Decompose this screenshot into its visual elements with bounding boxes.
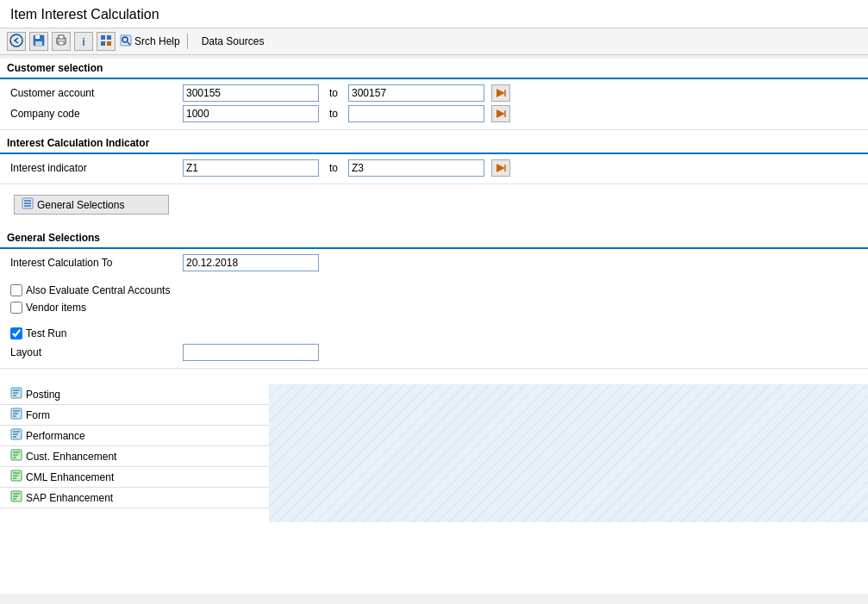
toolbar: i Srch Help Data Sources [0, 28, 868, 55]
left-nav-panel: Posting Form Performance C [0, 384, 269, 522]
company-code-label: Company code [10, 108, 183, 120]
general-selections-collapse-area: General Selections [0, 184, 868, 225]
svg-rect-3 [35, 41, 42, 46]
interest-calc-to-row: Interest Calculation To [10, 252, 858, 273]
customizing-icon [99, 34, 113, 49]
cml-enhancement-icon [10, 470, 22, 484]
range-icon-1 [495, 87, 507, 99]
performance-icon [10, 428, 22, 443]
company-code-to[interactable] [348, 105, 484, 122]
nav-cml-enhancement-label: CML Enhancement [26, 471, 114, 483]
info-button[interactable]: i [74, 32, 93, 51]
toolbar-divider [187, 34, 188, 49]
company-code-row: Company code to [10, 103, 858, 124]
svg-rect-5 [59, 35, 64, 39]
nav-performance[interactable]: Performance [0, 426, 269, 446]
layout-row: Layout [10, 342, 858, 363]
svg-rect-6 [59, 41, 64, 45]
customer-account-row: Customer account to [10, 83, 858, 103]
test-run-checkbox[interactable] [10, 327, 22, 339]
vendor-items-checkbox[interactable] [10, 302, 22, 314]
nav-posting-label: Posting [26, 389, 60, 401]
also-evaluate-central-label: Also Evaluate Central Accounts [26, 284, 170, 296]
bottom-section: Posting Form Performance C [0, 384, 868, 522]
customizing-button[interactable] [97, 32, 116, 51]
to-label-3: to [329, 162, 338, 174]
customer-account-to[interactable] [348, 84, 484, 102]
back-icon [9, 34, 23, 49]
layout-input[interactable] [183, 344, 319, 361]
save-icon [32, 34, 46, 49]
also-evaluate-central-checkbox[interactable] [10, 284, 22, 296]
also-evaluate-central-row: Also Evaluate Central Accounts [10, 282, 858, 299]
customer-account-from[interactable] [183, 84, 319, 102]
nav-posting[interactable]: Posting [0, 384, 269, 405]
back-button[interactable] [7, 32, 26, 51]
title-bar: Item Interest Calculation [0, 0, 868, 28]
range-icon-3 [495, 162, 507, 174]
svg-rect-2 [35, 35, 40, 39]
vendor-items-label: Vendor items [26, 302, 86, 314]
svg-rect-7 [101, 35, 105, 40]
svg-rect-8 [107, 35, 111, 40]
srch-help-label: Srch Help [134, 35, 180, 47]
to-label-1: to [329, 87, 338, 99]
customer-selection-body: Customer account to Company code to [0, 79, 868, 130]
general-selections-btn-label: General Selections [37, 199, 124, 211]
range-icon-2 [495, 108, 507, 120]
info-icon: i [82, 35, 85, 48]
svg-rect-9 [101, 41, 105, 46]
company-code-range-btn[interactable] [491, 105, 510, 122]
nav-form[interactable]: Form [0, 405, 269, 426]
interest-calc-header: Interest Calculation Indicator [0, 134, 868, 154]
right-hatched-panel [269, 384, 868, 522]
customer-account-range-btn[interactable] [491, 84, 510, 102]
interest-indicator-to[interactable] [348, 159, 484, 177]
nav-cml-enhancement[interactable]: CML Enhancement [0, 467, 269, 488]
nav-performance-label: Performance [26, 430, 85, 442]
general-selections-body: Interest Calculation To Also Evaluate Ce… [0, 249, 868, 369]
interest-indicator-row: Interest indicator to [10, 158, 858, 178]
layout-label: Layout [10, 346, 183, 358]
svg-point-0 [10, 34, 22, 47]
test-run-label: Test Run [26, 327, 66, 339]
nav-cust-enhancement[interactable]: Cust. Enhancement [0, 446, 269, 467]
main-content: Customer selection Customer account to C… [0, 59, 868, 594]
form-icon [10, 408, 22, 422]
sap-enhancement-icon [10, 490, 22, 505]
interest-indicator-from[interactable] [183, 159, 319, 177]
general-selections-header: General Selections [0, 228, 868, 249]
svg-marker-16 [496, 109, 505, 118]
posting-icon [10, 387, 22, 402]
nav-cust-enhancement-label: Cust. Enhancement [26, 451, 116, 463]
customer-selection-header: Customer selection [0, 59, 868, 79]
to-label-2: to [329, 108, 338, 120]
nav-sap-enhancement[interactable]: SAP Enhancement [0, 488, 269, 508]
collapse-icon [22, 197, 34, 212]
svg-marker-14 [496, 89, 505, 97]
nav-sap-enhancement-label: SAP Enhancement [26, 492, 113, 504]
interest-indicator-range-btn[interactable] [491, 159, 510, 177]
general-selections-toggle-btn[interactable]: General Selections [14, 195, 169, 215]
interest-calc-to-input[interactable] [183, 254, 319, 271]
vendor-items-row: Vendor items [10, 299, 858, 316]
interest-calc-body: Interest indicator to [0, 154, 868, 184]
interest-indicator-label: Interest indicator [10, 162, 183, 174]
print-icon [54, 34, 68, 49]
srch-help-icon [119, 34, 133, 50]
svg-rect-10 [107, 41, 111, 46]
test-run-row: Test Run [10, 325, 858, 342]
data-sources-button[interactable]: Data Sources [195, 34, 272, 49]
srch-help-button[interactable]: Srch Help [119, 34, 180, 50]
save-button[interactable] [29, 32, 48, 51]
customer-account-label: Customer account [10, 87, 183, 99]
cust-enhancement-icon [10, 449, 22, 464]
company-code-from[interactable] [183, 105, 319, 122]
nav-form-label: Form [26, 409, 50, 421]
page-title: Item Interest Calculation [10, 7, 858, 22]
print-button[interactable] [52, 32, 71, 51]
svg-marker-18 [496, 164, 505, 172]
interest-calc-to-label: Interest Calculation To [10, 257, 183, 269]
